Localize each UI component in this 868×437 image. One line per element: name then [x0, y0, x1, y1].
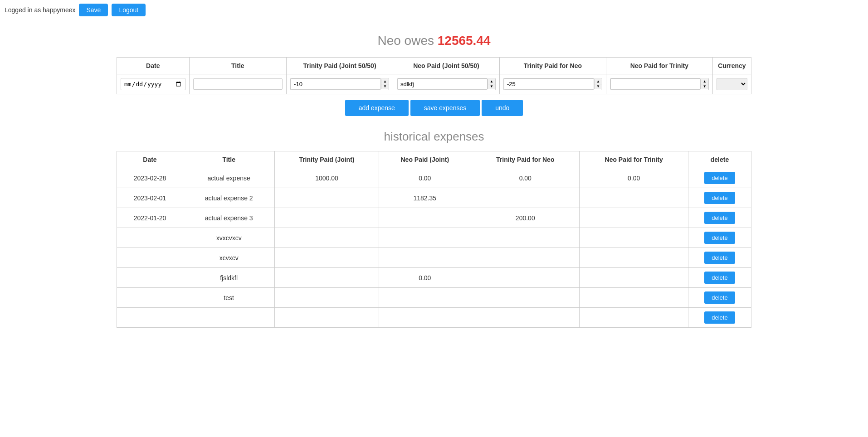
- trinity-joint-down[interactable]: ▼: [381, 84, 389, 89]
- neo-joint-up[interactable]: ▲: [488, 79, 495, 84]
- col-header-title: Title: [189, 58, 287, 74]
- hist-date-cell: 2023-02-01: [117, 188, 183, 208]
- title-cell: [189, 74, 287, 94]
- trinity-for-neo-up[interactable]: ▲: [595, 79, 602, 84]
- hist-date-cell: 2023-02-28: [117, 168, 183, 188]
- table-row: xvxcvxcvdelete: [117, 228, 751, 248]
- hist-neo-for-trinity-cell: [580, 228, 688, 248]
- hist-date-cell: [117, 228, 183, 248]
- delete-cell: delete: [688, 268, 751, 288]
- input-form-wrapper: Date Title Trinity Paid (Joint 50/50) Ne…: [117, 57, 751, 94]
- hist-neo-joint-cell: [379, 288, 471, 308]
- col-header-trinity-for-neo: Trinity Paid for Neo: [499, 58, 606, 74]
- historical-heading: historical expenses: [0, 130, 868, 144]
- delete-button[interactable]: delete: [704, 252, 735, 264]
- trinity-for-neo-spinner: ▲ ▼: [503, 78, 602, 90]
- col-header-date: Date: [117, 58, 190, 74]
- table-row: 2023-02-01actual expense 21182.35delete: [117, 188, 751, 208]
- col-header-neo-for-trinity: Neo Paid for Trinity: [606, 58, 712, 74]
- neo-for-trinity-input[interactable]: [610, 78, 701, 90]
- hist-neo-for-trinity-cell: [580, 308, 688, 328]
- delete-button[interactable]: delete: [704, 172, 735, 184]
- hist-trinity-joint-cell: [275, 268, 379, 288]
- hist-title-cell: actual expense: [183, 168, 274, 188]
- col-header-currency: Currency: [712, 58, 751, 74]
- history-table-wrapper: Date Title Trinity Paid (Joint) Neo Paid…: [117, 151, 751, 328]
- trinity-joint-arrows: ▲ ▼: [381, 79, 389, 89]
- trinity-joint-spinner: ▲ ▼: [290, 78, 389, 90]
- table-row: xcvxcvdelete: [117, 248, 751, 268]
- logout-button[interactable]: Logout: [112, 4, 146, 16]
- trinity-joint-cell: ▲ ▼: [287, 74, 393, 94]
- delete-button[interactable]: delete: [704, 192, 735, 204]
- currency-cell: USD EUR GBP: [712, 74, 751, 94]
- save-expenses-button[interactable]: save expenses: [410, 100, 480, 116]
- hist-trinity-joint-cell: [275, 188, 379, 208]
- hist-neo-for-trinity-cell: [580, 268, 688, 288]
- neo-for-trinity-cell: ▲ ▼: [606, 74, 712, 94]
- delete-button[interactable]: delete: [704, 291, 735, 304]
- hist-trinity-for-neo-cell: [471, 248, 580, 268]
- hist-title-cell: actual expense 2: [183, 188, 274, 208]
- hist-trinity-for-neo-cell: 0.00: [471, 168, 580, 188]
- input-row: ▲ ▼ ▲ ▼: [117, 74, 751, 94]
- neo-joint-down[interactable]: ▼: [488, 84, 495, 89]
- neo-joint-input[interactable]: [397, 78, 488, 90]
- hist-trinity-joint-cell: [275, 288, 379, 308]
- hist-col-trinity-joint: Trinity Paid (Joint): [275, 151, 379, 168]
- hist-trinity-for-neo-cell: [471, 268, 580, 288]
- hist-neo-joint-cell: 1182.35: [379, 188, 471, 208]
- trinity-joint-input[interactable]: [291, 78, 381, 90]
- input-table: Date Title Trinity Paid (Joint 50/50) Ne…: [117, 57, 751, 94]
- hist-date-cell: 2022-01-20: [117, 208, 183, 228]
- hist-trinity-for-neo-cell: [471, 288, 580, 308]
- action-buttons: add expense save expenses undo: [0, 100, 868, 116]
- neo-joint-cell: ▲ ▼: [393, 74, 500, 94]
- add-expense-button[interactable]: add expense: [345, 100, 409, 116]
- neo-joint-arrows: ▲ ▼: [488, 79, 495, 89]
- trinity-for-neo-cell: ▲ ▼: [499, 74, 606, 94]
- delete-button[interactable]: delete: [704, 272, 735, 284]
- table-row: 2023-02-28actual expense1000.000.000.000…: [117, 168, 751, 188]
- hist-neo-for-trinity-cell: [580, 248, 688, 268]
- hist-col-neo-joint: Neo Paid (Joint): [379, 151, 471, 168]
- hist-trinity-for-neo-cell: [471, 308, 580, 328]
- trinity-for-neo-down[interactable]: ▼: [595, 84, 602, 89]
- hist-trinity-joint-cell: [275, 228, 379, 248]
- delete-button[interactable]: delete: [704, 232, 735, 244]
- neo-for-trinity-down[interactable]: ▼: [701, 84, 708, 89]
- delete-button[interactable]: delete: [704, 212, 735, 224]
- hist-neo-for-trinity-cell: [580, 208, 688, 228]
- hist-trinity-for-neo-cell: [471, 188, 580, 208]
- hist-neo-joint-cell: [379, 308, 471, 328]
- title-input[interactable]: [193, 78, 283, 90]
- table-row: delete: [117, 308, 751, 328]
- hist-date-cell: [117, 248, 183, 268]
- currency-select[interactable]: USD EUR GBP: [717, 78, 747, 90]
- neo-for-trinity-arrows: ▲ ▼: [701, 79, 708, 89]
- undo-button[interactable]: undo: [482, 100, 523, 116]
- date-input[interactable]: [121, 78, 185, 90]
- hist-col-title: Title: [183, 151, 274, 168]
- save-button[interactable]: Save: [79, 4, 108, 16]
- hist-date-cell: [117, 308, 183, 328]
- delete-cell: delete: [688, 208, 751, 228]
- main-heading: Neo owes 12565.44: [0, 34, 868, 48]
- owed-amount: 12565.44: [438, 34, 491, 48]
- neo-owes-text: Neo owes: [377, 34, 434, 48]
- hist-neo-joint-cell: [379, 248, 471, 268]
- neo-for-trinity-up[interactable]: ▲: [701, 79, 708, 84]
- hist-trinity-joint-cell: [275, 248, 379, 268]
- table-row: 2022-01-20actual expense 3200.00delete: [117, 208, 751, 228]
- delete-cell: delete: [688, 188, 751, 208]
- trinity-for-neo-input[interactable]: [504, 78, 594, 90]
- delete-button[interactable]: delete: [704, 311, 735, 324]
- history-table: Date Title Trinity Paid (Joint) Neo Paid…: [117, 151, 751, 328]
- neo-joint-spinner: ▲ ▼: [397, 78, 496, 90]
- date-cell: [117, 74, 190, 94]
- hist-title-cell: fjsldkfl: [183, 268, 274, 288]
- hist-neo-for-trinity-cell: [580, 188, 688, 208]
- hist-trinity-for-neo-cell: 200.00: [471, 208, 580, 228]
- trinity-joint-up[interactable]: ▲: [381, 79, 389, 84]
- hist-title-cell: xcvxcv: [183, 248, 274, 268]
